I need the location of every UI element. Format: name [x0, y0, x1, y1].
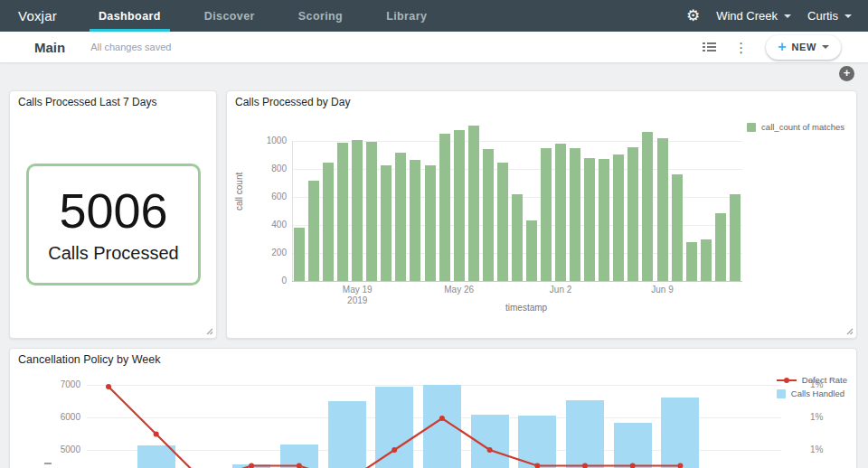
weekly-bar[interactable]	[423, 385, 461, 468]
card-title: Calls Processed Last 7 Days	[18, 96, 156, 108]
daily-bar[interactable]	[642, 132, 653, 281]
legend-swatch-green	[747, 123, 756, 132]
daily-bar[interactable]	[613, 154, 624, 281]
daily-bar[interactable]	[570, 148, 580, 281]
gridline axis	[292, 281, 742, 282]
ytick: 0	[250, 276, 287, 285]
daily-bar[interactable]	[410, 160, 420, 281]
daily-bar[interactable]	[454, 130, 465, 281]
daily-bar[interactable]	[483, 149, 494, 281]
xtick: Jun 9	[651, 285, 673, 295]
daily-bar[interactable]	[526, 220, 537, 281]
ytick: 400	[250, 220, 287, 229]
card-calls-last-7-days: Calls Processed Last 7 Days 5006 Calls P…	[9, 90, 217, 339]
kebab-menu-icon[interactable]: ⋮	[734, 41, 748, 54]
ytick: 800	[250, 164, 287, 173]
daily-chart-legend: call_count of matches	[747, 122, 844, 132]
daily-bar[interactable]	[337, 143, 348, 281]
nav-tabs: Dashboard Discover Scoring Library	[77, 0, 448, 32]
gear-icon[interactable]: ⚙	[686, 8, 700, 23]
weekly-bar[interactable]	[328, 401, 366, 468]
resize-handle-icon[interactable]	[206, 328, 213, 335]
daily-bar[interactable]	[323, 163, 334, 281]
chevron-down-icon	[784, 14, 791, 18]
weekly-bar[interactable]	[232, 464, 270, 468]
ytick: 5000	[44, 445, 80, 454]
ytick: 1000	[250, 136, 287, 145]
daily-bar[interactable]	[715, 213, 726, 281]
daily-bar[interactable]	[294, 228, 305, 281]
save-status: All changes saved	[90, 42, 171, 52]
tab-library[interactable]: Library	[364, 0, 448, 32]
y-axis-title: call count	[234, 173, 244, 211]
user-selector[interactable]: Curtis	[807, 9, 852, 23]
daily-bar[interactable]	[468, 126, 479, 281]
org-selector[interactable]: Wind Creek	[716, 9, 791, 23]
ytick: 6000	[44, 412, 80, 422]
dashboard-toolbar: Main All changes saved ⋮ + NEW	[0, 32, 868, 63]
daily-bar[interactable]	[439, 134, 450, 281]
daily-bar[interactable]	[425, 165, 436, 281]
tab-dashboard[interactable]: Dashboard	[77, 0, 183, 32]
daily-bar[interactable]	[395, 153, 406, 281]
daily-bar[interactable]	[730, 194, 741, 281]
weekly-bar[interactable]	[375, 387, 413, 468]
legend-label: Calls Handled	[791, 388, 844, 398]
xtick: May 26	[444, 285, 474, 295]
list-view-icon[interactable]	[703, 42, 716, 51]
plus-icon: +	[778, 40, 786, 54]
org-name: Wind Creek	[716, 9, 778, 23]
weekly-chart-legend: Defect Rate Calls Handled	[777, 375, 847, 398]
vaxis	[292, 141, 293, 281]
card-cancellation-policy: Cancellation Policy by Week 700060005000…	[9, 348, 857, 468]
ytick: 200	[250, 248, 287, 257]
daily-bar[interactable]	[497, 163, 508, 281]
daily-bar[interactable]	[555, 144, 566, 281]
daily-bar[interactable]	[352, 140, 363, 281]
daily-bar[interactable]	[657, 138, 668, 281]
daily-bar[interactable]	[627, 147, 638, 281]
board-title: Main	[34, 40, 65, 55]
legend-label: call_count of matches	[761, 122, 844, 132]
ytick: 600	[250, 192, 287, 201]
x-axis-title: timestamp	[505, 303, 547, 313]
daily-bar[interactable]	[512, 194, 523, 281]
weekly-chart-plot: 7000600050001%1%1%	[10, 349, 856, 468]
daily-bar[interactable]	[381, 165, 392, 281]
tab-scoring[interactable]: Scoring	[277, 0, 364, 32]
weekly-bar[interactable]	[471, 415, 509, 468]
weekly-bar[interactable]	[566, 400, 604, 468]
top-navbar: Voxjar Dashboard Discover Scoring Librar…	[0, 0, 868, 32]
toolbar-actions: ⋮ + NEW	[703, 35, 868, 60]
tab-discover[interactable]: Discover	[183, 0, 277, 32]
daily-bar[interactable]	[686, 242, 697, 281]
card-calls-by-day: Calls Processed by Day 02004006008001000…	[226, 90, 857, 339]
chevron-down-icon	[844, 14, 852, 18]
legend-item-defect-rate[interactable]: Defect Rate	[777, 375, 847, 385]
legend-label: Defect Rate	[802, 375, 847, 385]
daily-bar[interactable]	[599, 159, 609, 281]
legend-item[interactable]: call_count of matches	[747, 122, 844, 132]
legend-swatch-blue	[777, 389, 786, 398]
daily-bar[interactable]	[584, 158, 595, 281]
kpi-box: 5006 Calls Processed	[26, 164, 201, 285]
daily-bar[interactable]	[308, 181, 319, 281]
resize-handle-icon[interactable]	[846, 328, 854, 335]
xtick: 2019	[347, 295, 367, 305]
weekly-bar[interactable]	[614, 423, 652, 468]
weekly-bar[interactable]	[137, 445, 175, 468]
weekly-bar[interactable]	[280, 445, 318, 468]
daily-bar[interactable]	[366, 142, 377, 281]
weekly-bar[interactable]	[661, 398, 699, 468]
chevron-down-icon	[822, 45, 829, 49]
new-button[interactable]: + NEW	[766, 35, 841, 60]
brand-logo: Voxjar	[0, 0, 77, 32]
xtick: May 19	[343, 285, 373, 295]
daily-bar[interactable]	[541, 148, 552, 281]
daily-bar[interactable]	[672, 174, 683, 281]
kpi-value: 5006	[59, 186, 167, 235]
legend-item-calls-handled[interactable]: Calls Handled	[777, 388, 847, 398]
daily-bar[interactable]	[701, 239, 712, 281]
weekly-bar[interactable]	[518, 416, 556, 468]
add-widget-button[interactable]: +	[839, 66, 854, 81]
